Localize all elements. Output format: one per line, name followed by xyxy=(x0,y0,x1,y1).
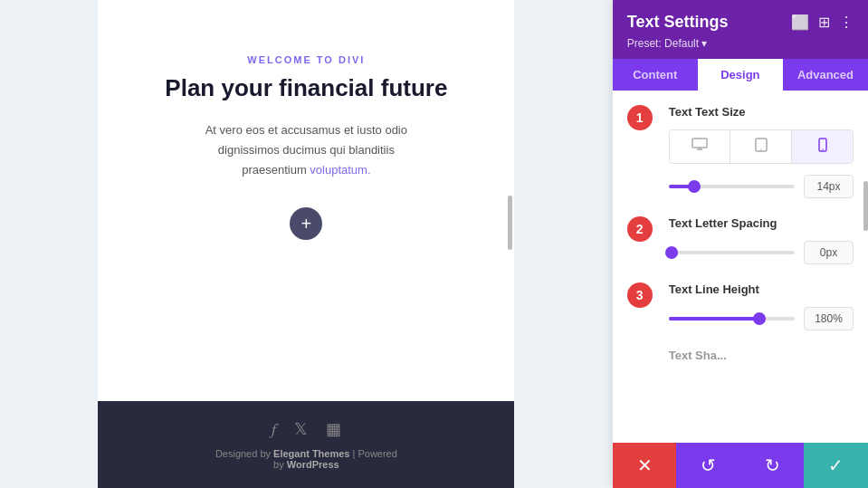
panel-body: 1 Text Text Size xyxy=(613,91,868,443)
app-container: WELCOME TO DIVI Plan your financial futu… xyxy=(0,0,868,488)
preview-inner: WELCOME TO DIVI Plan your financial futu… xyxy=(98,0,514,488)
welcome-text: WELCOME TO DIVI xyxy=(247,54,365,65)
panel-header: Text Settings ⬜ ⊞ ⋮ Preset: Default ▾ xyxy=(613,0,868,59)
more-icon[interactable]: ⋮ xyxy=(839,14,854,31)
headline: Plan your financial future xyxy=(165,74,447,102)
panel-scroll-indicator xyxy=(863,181,868,231)
text-size-slider[interactable] xyxy=(669,177,795,196)
redo-button[interactable]: ↻ xyxy=(740,443,805,488)
panel-title: Text Settings xyxy=(627,13,729,32)
line-height-label: Text Line Height xyxy=(669,282,854,296)
settings-panel: Text Settings ⬜ ⊞ ⋮ Preset: Default ▾ Co… xyxy=(613,0,868,488)
text-shadow-section-partial: Text Sha... xyxy=(669,349,854,362)
add-element-button[interactable]: + xyxy=(290,207,322,240)
text-size-value[interactable] xyxy=(804,175,854,198)
social-icons: 𝑓 𝕏 ▦ xyxy=(272,419,341,439)
step-badge-3: 3 xyxy=(627,282,653,308)
letter-spacing-slider-row xyxy=(669,241,854,264)
svg-point-6 xyxy=(822,148,824,150)
line-height-section: 3 Text Line Height xyxy=(669,282,854,330)
tab-design[interactable]: Design xyxy=(698,59,783,91)
letter-spacing-section: 2 Text Letter Spacing xyxy=(669,216,854,264)
mobile-btn[interactable] xyxy=(792,130,853,163)
text-shadow-label-partial: Text Sha... xyxy=(669,349,854,362)
facebook-icon: 𝑓 xyxy=(272,420,276,439)
line-height-slider[interactable] xyxy=(669,310,795,328)
line-height-slider-row xyxy=(669,307,854,330)
rss-icon: ▦ xyxy=(326,419,341,439)
footer-text: Designed by Elegant Themes | Poweredby W… xyxy=(215,448,397,470)
letter-spacing-label: Text Letter Spacing xyxy=(669,216,854,230)
preview-area: WELCOME TO DIVI Plan your financial futu… xyxy=(0,0,613,488)
device-buttons xyxy=(669,129,854,164)
footer-brand2: WordPress xyxy=(287,459,339,470)
columns-icon[interactable]: ⊞ xyxy=(818,14,830,31)
svg-rect-0 xyxy=(692,139,707,148)
text-size-slider-row xyxy=(669,175,854,198)
text-size-label: Text Text Size xyxy=(669,105,854,119)
text-size-section: 1 Text Text Size xyxy=(669,105,854,198)
twitter-icon: 𝕏 xyxy=(294,419,308,439)
action-bar: ✕ ↺ ↻ ✓ xyxy=(613,443,868,488)
undo-button[interactable]: ↺ xyxy=(676,443,740,488)
panel-tabs: Content Design Advanced xyxy=(613,59,868,91)
cancel-button[interactable]: ✕ xyxy=(613,443,677,488)
svg-point-4 xyxy=(760,148,762,150)
step-badge-2: 2 xyxy=(627,216,653,242)
step-badge-1: 1 xyxy=(627,105,653,130)
resize-icon[interactable]: ⬜ xyxy=(791,14,809,31)
panel-header-icons: ⬜ ⊞ ⋮ xyxy=(791,14,854,31)
letter-spacing-slider[interactable] xyxy=(669,244,795,262)
preview-footer: 𝑓 𝕏 ▦ Designed by Elegant Themes | Power… xyxy=(98,401,514,488)
preset-label: Preset: Default ▾ xyxy=(627,37,708,50)
panel-title-row: Text Settings ⬜ ⊞ ⋮ xyxy=(627,13,854,32)
tab-content[interactable]: Content xyxy=(613,59,698,91)
scroll-indicator xyxy=(508,196,512,250)
desktop-btn[interactable] xyxy=(670,130,731,163)
line-height-value[interactable] xyxy=(804,307,854,330)
footer-brand1: Elegant Themes xyxy=(273,448,349,459)
body-text: At vero eos et accusamus et iusto odio d… xyxy=(205,120,407,180)
letter-spacing-value[interactable] xyxy=(804,241,854,264)
tab-advanced[interactable]: Advanced xyxy=(783,59,868,91)
save-button[interactable]: ✓ xyxy=(804,443,868,488)
preset-row[interactable]: Preset: Default ▾ xyxy=(627,37,854,50)
tablet-btn[interactable] xyxy=(730,130,792,163)
